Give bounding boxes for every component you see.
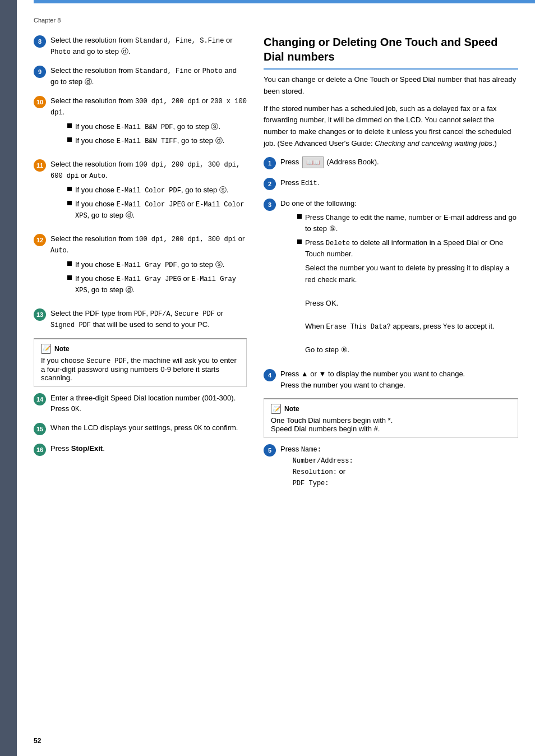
right-step-3-sub-1-text: Press Change to edit the name, number or… <box>305 212 518 234</box>
page-number: 52 <box>34 737 41 745</box>
note-icon-1: 📝 <box>41 344 51 354</box>
intro-1: You can change or delete a One Touch or … <box>264 74 518 98</box>
note-2-label: Note <box>284 405 299 413</box>
right-step-3: 3 Do one of the following: Press Change … <box>264 198 518 361</box>
address-book-icon: 📖📖 <box>302 156 324 168</box>
delete-extra: Select the number you want to delete by … <box>305 262 518 356</box>
bullet <box>67 137 72 142</box>
bullet <box>67 201 72 205</box>
step-13-text: Select the PDF type from PDF, PDF/A, Sec… <box>50 308 247 330</box>
right-step-4: 4 Press ▲ or ▼ to display the number you… <box>264 368 518 390</box>
content-area: Chapter 8 8 Select the resolution from S… <box>17 0 535 756</box>
right-step-3-sub-1: Press Change to edit the name, number or… <box>297 212 518 234</box>
step-15-circle: 15 <box>34 423 46 435</box>
step-10-sub-1: If you chose E-Mail B&W PDF, go to step … <box>67 121 247 132</box>
step-12-sub-2-text: If you chose E-Mail Gray JPEG or E-Mail … <box>75 273 247 296</box>
step-10-text: Select the resolution from 300 dpi, 200 … <box>50 95 247 151</box>
step-13-circle: 13 <box>34 308 46 321</box>
right-step-5: 5 Press Name: Number/Address: Resolution… <box>264 444 518 488</box>
left-column: 8 Select the resolution from Standard, F… <box>34 35 247 496</box>
step-15: 15 When the LCD displays your settings, … <box>34 422 247 435</box>
section-title: Changing or Deleting One Touch and Speed… <box>264 35 518 70</box>
right-step-3-sub-2-text: Press Delete to delete all information i… <box>305 237 518 356</box>
chapter-label: Chapter 8 <box>34 17 518 24</box>
step-11-sub-2-text: If you chose E-Mail Color JPEG or E-Mail… <box>75 199 247 221</box>
step-9-text: Select the resolution from Standard, Fin… <box>50 65 247 87</box>
step-10-substeps: If you chose E-Mail B&W PDF, go to step … <box>67 121 247 146</box>
step-12: 12 Select the resolution from 100 dpi, 2… <box>34 233 247 300</box>
step-12-text: Select the resolution from 100 dpi, 200 … <box>50 233 247 300</box>
top-bar <box>34 0 535 3</box>
right-step-2-circle: 2 <box>264 178 276 190</box>
note-1-label: Note <box>54 345 70 353</box>
step-9-circle: 9 <box>34 66 46 78</box>
step-8: 8 Select the resolution from Standard, F… <box>34 35 247 57</box>
bullet <box>297 214 302 219</box>
step-11-sub-2: If you chose E-Mail Color JPEG or E-Mail… <box>67 199 247 221</box>
step-11-circle: 11 <box>34 159 46 172</box>
step-14-text: Enter a three-digit Speed Dial location … <box>50 393 247 415</box>
right-step-4-circle: 4 <box>264 369 276 381</box>
bullet <box>67 187 72 191</box>
right-step-1-circle: 1 <box>264 157 276 169</box>
left-sidebar <box>0 0 17 756</box>
right-step-3-sub-2: Press Delete to delete all information i… <box>297 237 518 356</box>
step-11-sub-1: If you chose E-Mail Color PDF, go to ste… <box>67 185 247 196</box>
step-15-text: When the LCD displays your settings, pre… <box>50 422 247 434</box>
step-11-sub-1-text: If you chose E-Mail Color PDF, go to ste… <box>75 185 228 196</box>
step-10: 10 Select the resolution from 300 dpi, 2… <box>34 95 247 151</box>
step-11-substeps: If you chose E-Mail Color PDF, go to ste… <box>67 185 247 221</box>
step-12-sub-1-text: If you chose E-Mail Gray PDF, go to step… <box>75 259 224 270</box>
right-step-3-substeps: Press Change to edit the name, number or… <box>297 212 518 356</box>
step-10-circle: 10 <box>34 96 46 108</box>
bullet <box>67 275 72 280</box>
step-12-sub-2: If you chose E-Mail Gray JPEG or E-Mail … <box>67 273 247 296</box>
note-1-header: 📝 Note <box>41 344 239 354</box>
two-column-layout: 8 Select the resolution from Standard, F… <box>34 35 518 496</box>
right-step-5-text: Press Name: Number/Address: Resolution: … <box>280 444 518 488</box>
page-container: Chapter 8 8 Select the resolution from S… <box>0 0 535 756</box>
step-11-text: Select the resolution from 100 dpi, 200 … <box>50 159 247 225</box>
right-step-2-text: Press Edit. <box>280 177 518 188</box>
bullet <box>67 123 72 128</box>
step-13: 13 Select the PDF type from PDF, PDF/A, … <box>34 308 247 330</box>
right-step-3-circle: 3 <box>264 199 276 211</box>
note-box-1: 📝 Note If you choose Secure PDF, the mac… <box>34 338 247 387</box>
step-10-sub-2-text: If you chose E-Mail B&W TIFF, go to step… <box>75 135 224 146</box>
right-step-4-text: Press ▲ or ▼ to display the number you w… <box>280 368 518 390</box>
note-icon-2: 📝 <box>271 404 281 414</box>
step-10-sub-1-text: If you chose E-Mail B&W PDF, go to step … <box>75 121 220 132</box>
right-column: Changing or Deleting One Touch and Speed… <box>264 35 518 496</box>
step-10-sub-2: If you chose E-Mail B&W TIFF, go to step… <box>67 135 247 146</box>
step-16-circle: 16 <box>34 444 46 456</box>
right-step-1: 1 Press 📖📖 (Address Book). <box>264 156 518 169</box>
right-step-2: 2 Press Edit. <box>264 177 518 190</box>
right-step-1-text: Press 📖📖 (Address Book). <box>280 156 518 168</box>
step-8-text: Select the resolution from Standard, Fin… <box>50 35 247 57</box>
step-12-circle: 12 <box>34 234 46 246</box>
intro-2: If the stored number has a scheduled job… <box>264 103 518 150</box>
step-8-circle: 8 <box>34 35 46 48</box>
note-1-text: If you choose Secure PDF, the machine wi… <box>41 356 239 382</box>
bullet <box>297 239 302 244</box>
note-box-2: 📝 Note One Touch Dial numbers begin with… <box>264 398 518 438</box>
note-2-header: 📝 Note <box>271 404 511 414</box>
step-16: 16 Press Stop/Exit. <box>34 443 247 456</box>
step-16-text: Press Stop/Exit. <box>50 443 247 454</box>
note-2-line2: Speed Dial numbers begin with #. <box>271 425 380 433</box>
step-12-sub-1: If you chose E-Mail Gray PDF, go to step… <box>67 259 247 270</box>
step-9: 9 Select the resolution from Standard, F… <box>34 65 247 87</box>
note-2-line1: One Touch Dial numbers begin with *. <box>271 416 393 425</box>
bullet <box>67 261 72 266</box>
right-step-3-text: Do one of the following: Press Change to… <box>280 198 518 361</box>
note-2-text: One Touch Dial numbers begin with *. Spe… <box>271 416 511 433</box>
step-14-circle: 14 <box>34 393 46 405</box>
step-14: 14 Enter a three-digit Speed Dial locati… <box>34 393 247 415</box>
right-step-5-circle: 5 <box>264 444 276 457</box>
step-11: 11 Select the resolution from 100 dpi, 2… <box>34 159 247 225</box>
step-12-substeps: If you chose E-Mail Gray PDF, go to step… <box>67 259 247 296</box>
